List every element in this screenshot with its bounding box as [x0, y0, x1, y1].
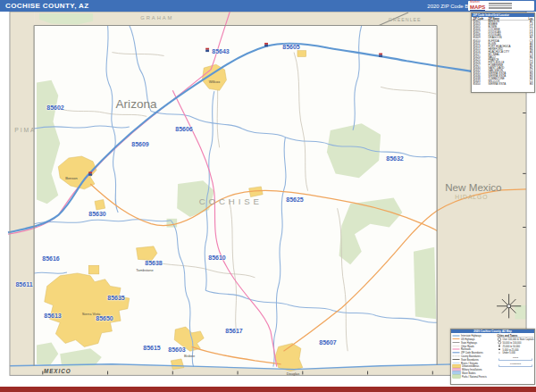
zip-code-label: 85615 [143, 345, 160, 351]
zip-index-table: ZIP Code Index/Grid Locator ZIP Code ZIP… [471, 13, 535, 93]
urban-area-bowie [297, 51, 306, 57]
forest-area [167, 219, 178, 228]
legend-right-column: Cities and Towns Over 100,000 & State Ca… [496, 334, 534, 378]
state-label-arizona: Arizona [116, 97, 157, 111]
country-label-mexico: MEXICO [44, 368, 71, 374]
legend-item: Parks / National Forests [453, 375, 496, 379]
county-label-pima: PIMA [14, 127, 36, 133]
forest-area [515, 305, 526, 320]
zip-code-label: 85643 [212, 48, 229, 54]
logo-brand-main: MAPS [470, 4, 485, 11]
line-state-swatch [453, 342, 460, 343]
state-label-new-mexico: New Mexico [445, 181, 501, 193]
city-name-label: Benson [65, 177, 78, 181]
county-label-hidalgo: HIDALGO [455, 194, 488, 200]
map-title: COCHISE COUNTY, AZ [5, 2, 89, 10]
header-bar: COCHISE COUNTY, AZ 2020 ZIP Code Busines… [0, 0, 536, 12]
county-label-greenlee: GREENLEE [389, 17, 422, 22]
zip-code-label: 85635 [107, 295, 124, 301]
zip-index-row: 85650SIERRA VISTAB3 [472, 82, 534, 85]
pima-county-area [10, 12, 34, 375]
line-us-swatch [453, 338, 460, 339]
map-legend: 2020 Cochise County, AZ Map Interstate H… [450, 329, 535, 385]
legend-city-item: Under 5,000 [498, 351, 534, 354]
bottom-accent-bar [0, 387, 536, 392]
zip-index-rows: 85602BENSONA185603BISBEEC485605BOWIED185… [472, 21, 534, 86]
zip-code-label: 85610 [208, 254, 225, 261]
zip-code-label: 85630 [88, 211, 105, 217]
city-name-label: Douglas [287, 372, 300, 377]
forest-area [414, 247, 436, 320]
scale-bar-km-bar [499, 364, 532, 367]
zip-code-label: 85605 [282, 44, 299, 50]
zip-code-label: 85625 [286, 196, 303, 203]
zip-code-label: 85611 [15, 281, 32, 288]
fill-park-swatch [453, 374, 461, 378]
city-m-icon [498, 345, 502, 346]
line-zip-swatch [453, 352, 460, 354]
line-rail-swatch [453, 349, 460, 350]
zip-code-label: 85616 [42, 255, 59, 262]
publisher-logo: Market MAPS [468, 1, 534, 11]
urban-area-st-david [95, 199, 105, 210]
zip-code-label: 85603 [168, 346, 185, 353]
urban-area-naco [171, 359, 184, 370]
legend-cities-title: Cities and Towns [498, 334, 534, 338]
interstate-shield-icon [264, 43, 268, 46]
city-l-icon [498, 341, 502, 345]
city-name-label: Bisbee [184, 354, 195, 359]
logo-fineprint [489, 3, 512, 9]
city-s-icon [498, 348, 502, 350]
zip-code-label: 85607 [319, 339, 336, 346]
zip-code-label: 85602 [46, 104, 63, 111]
legend-line-items: Interstate HighwaysUS HighwaysState High… [453, 334, 496, 378]
legend-city-items: Over 100,000 & State Capitals50,000 to 1… [498, 338, 534, 354]
interstate-shield-icon [379, 54, 382, 57]
line-road-swatch [453, 346, 460, 346]
city-name-label: Willcox [209, 80, 221, 85]
scale-bar-miles: Miles [498, 356, 534, 361]
city-name-label: Tombstone [136, 269, 154, 273]
line-interstate-swatch [453, 335, 460, 336]
county-label-graham: GRAHAM [140, 15, 173, 21]
line-stateb-swatch [453, 359, 460, 360]
zip-code-label: 85638 [145, 260, 162, 266]
zip-code-label: 85617 [225, 328, 242, 334]
interstate-shield-icon [88, 171, 92, 175]
line-county-swatch [453, 355, 460, 356]
zip-code-label: 85609 [131, 141, 148, 147]
line-river-swatch [453, 363, 460, 363]
map-sheet: COCHISE COUNTY, AZ 2020 ZIP Code Busines… [0, 0, 536, 392]
interstate-shield-icon [205, 48, 209, 52]
scale-bar-miles-bar [499, 358, 532, 361]
county-label-cochise: COCHISE [199, 196, 263, 206]
city-xs-icon [498, 352, 502, 353]
city-name-label: Sierra Vista [82, 313, 101, 317]
scale-bar-kilometers: Kilometers [498, 363, 534, 367]
zip-code-label: 85606 [175, 126, 192, 132]
urban-area-huachuca-city [88, 265, 99, 274]
zip-code-label: 85613 [44, 313, 61, 319]
zip-code-label: 85632 [386, 155, 403, 162]
publisher-brand: Market MAPS [470, 1, 485, 11]
